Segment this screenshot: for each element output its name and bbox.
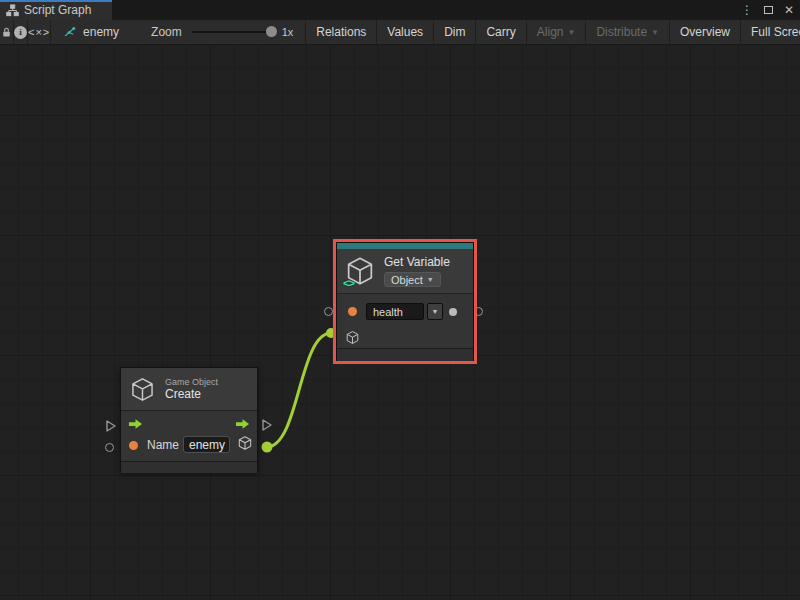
zoom-slider-handle[interactable] [266, 26, 277, 37]
lock-icon [0, 26, 13, 39]
get-variable-title-column: Get Variable Object ▼ [384, 255, 450, 287]
zoom-value: 1x [282, 26, 294, 38]
get-variable-header[interactable]: <> Get Variable Object ▼ [337, 249, 473, 293]
focused-tab-indicator [0, 0, 112, 2]
maximize-icon[interactable] [761, 2, 775, 18]
script-graph-icon [6, 4, 19, 17]
gameobject-cube-icon [237, 435, 253, 451]
create-flow-in-port[interactable] [105, 419, 117, 437]
code-icon: <×> [28, 26, 50, 38]
graph-info-segment: enemy Zoom 1x [51, 20, 306, 44]
create-header[interactable]: Game Object Create [121, 368, 257, 410]
relations-button[interactable]: Relations [306, 20, 377, 44]
align-label: Align [537, 25, 564, 39]
get-variable-node-selection: <> Get Variable Object ▼ health [333, 239, 477, 364]
node-title: Create [165, 387, 218, 401]
overview-button[interactable]: Overview [670, 20, 741, 44]
full-screen-button[interactable]: Full Screen [741, 20, 800, 44]
gameobject-output-port[interactable] [237, 435, 253, 451]
hollow-circle-port-icon [324, 307, 333, 316]
values-button[interactable]: Values [377, 20, 434, 44]
variable-name-value: health [373, 306, 403, 318]
variable-kind-label: Object [391, 274, 423, 286]
tab-bar: Script Graph ⋮ ✕ [0, 0, 800, 20]
maximize-glyph [764, 6, 773, 14]
gameobject-cube-icon [345, 330, 360, 345]
info-button[interactable]: i [14, 20, 28, 44]
distribute-button[interactable]: Distribute ▼ [586, 20, 670, 44]
window-controls: ⋮ ✕ [740, 0, 796, 20]
tab-title: Script Graph [24, 3, 91, 17]
name-value: enemy [189, 438, 225, 452]
object-input-port[interactable] [345, 330, 360, 345]
tab-content: Script Graph [6, 3, 91, 17]
chevron-down-icon: ▼ [651, 28, 659, 37]
flow-out-arrow-icon[interactable] [235, 418, 250, 430]
create-flow-out-port[interactable] [261, 418, 273, 436]
distribute-label: Distribute [596, 25, 647, 39]
carry-button[interactable]: Carry [476, 20, 526, 44]
window-menu-icon[interactable]: ⋮ [740, 2, 754, 18]
info-icon: i [14, 26, 27, 39]
node-footer [121, 461, 257, 473]
tab-script-graph[interactable]: Script Graph [0, 0, 112, 20]
create-left-port-circle[interactable] [105, 443, 114, 452]
flow-in-arrow-icon[interactable] [128, 418, 143, 430]
hollow-triangle-port-icon [105, 419, 117, 433]
connection-edge[interactable] [267, 333, 331, 447]
variable-name-dropdown[interactable]: ▼ [427, 303, 443, 320]
connection-start-dot[interactable] [262, 442, 273, 453]
name-input-port-icon[interactable] [129, 441, 138, 450]
chevron-down-icon: ▼ [427, 276, 434, 283]
graph-toolbar: i <×> enemy Zoom 1x Relations Values Dim… [0, 20, 800, 45]
hollow-circle-port-icon [105, 443, 114, 452]
getvar-left-port-circle[interactable] [324, 307, 333, 316]
graph-canvas[interactable]: <> Get Variable Object ▼ health [0, 45, 800, 600]
node-footer [337, 348, 473, 361]
graph-reference-icon [63, 25, 77, 39]
create-body: Name enemy [121, 411, 257, 461]
gameobject-cube-icon [129, 376, 156, 403]
name-label: Name [147, 438, 179, 452]
name-input-port-icon[interactable] [348, 307, 357, 316]
value-output-port-icon[interactable] [449, 308, 457, 316]
graph-name: enemy [83, 25, 119, 39]
code-preview-button[interactable]: <×> [28, 20, 51, 44]
get-variable-body: health ▼ [337, 294, 473, 348]
dim-button[interactable]: Dim [434, 20, 476, 44]
create-node[interactable]: Game Object Create Name enemy [120, 367, 258, 472]
node-title: Get Variable [384, 255, 450, 269]
angle-brackets-glyph: <> [343, 277, 354, 289]
zoom-label: Zoom [151, 25, 182, 39]
variable-name-field[interactable]: health [366, 303, 424, 320]
close-icon[interactable]: ✕ [782, 2, 796, 18]
chevron-down-icon: ▼ [567, 28, 575, 37]
zoom-slider[interactable] [192, 31, 273, 33]
create-title-column: Game Object Create [165, 377, 218, 401]
chevron-down-icon: ▼ [432, 308, 439, 315]
variable-kind-dropdown[interactable]: Object ▼ [384, 272, 441, 287]
node-category: Game Object [165, 377, 218, 387]
lock-button[interactable] [0, 20, 14, 44]
name-field[interactable]: enemy [183, 436, 230, 453]
variable-cube-icon: <> [344, 255, 376, 287]
unity-script-graph-window: Script Graph ⋮ ✕ i <×> [0, 0, 800, 600]
get-variable-node[interactable]: <> Get Variable Object ▼ health [336, 242, 474, 361]
hollow-triangle-port-icon [261, 418, 273, 432]
align-button[interactable]: Align ▼ [527, 20, 587, 44]
